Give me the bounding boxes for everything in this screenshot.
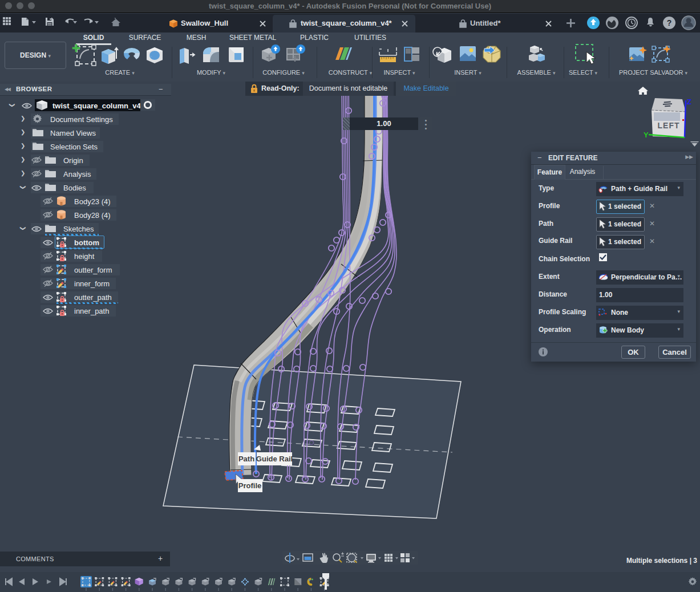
svg-text:Path: Path — [238, 455, 254, 463]
svg-text:Profile: Profile — [238, 481, 261, 490]
svg-text:Y: Y — [644, 131, 649, 139]
svg-text:LEFT: LEFT — [658, 121, 680, 130]
svg-text:Guide Rail: Guide Rail — [256, 455, 293, 463]
svg-text:?: ? — [667, 18, 672, 27]
svg-text:Z: Z — [687, 98, 691, 106]
